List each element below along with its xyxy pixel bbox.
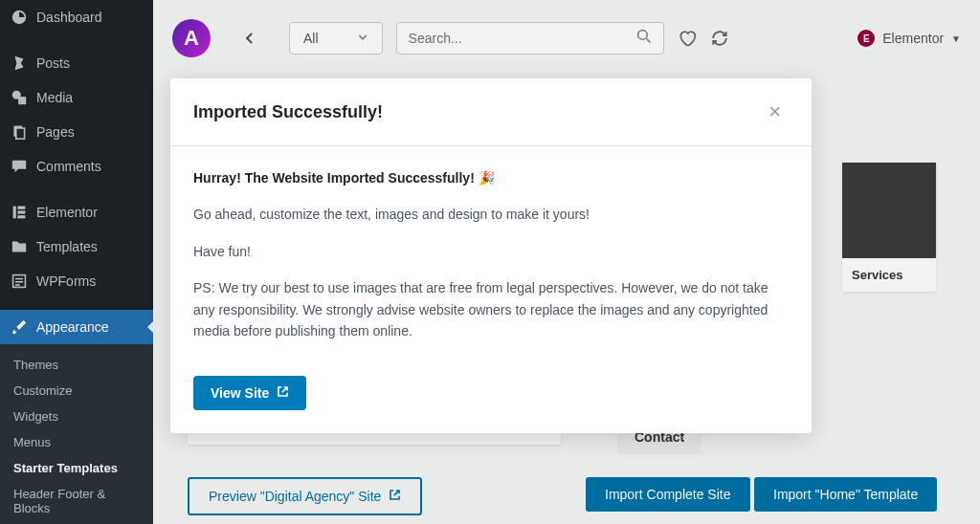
modal-footer: View Site xyxy=(170,362,812,433)
modal-close-button[interactable]: × xyxy=(761,96,789,128)
button-label: View Site xyxy=(211,385,269,401)
modal-text: Go ahead, customize the text, images and… xyxy=(193,204,789,225)
close-icon: × xyxy=(768,99,781,123)
modal-ps-text: PS: We try our best to use images that a… xyxy=(193,277,789,341)
modal-lead-text: Hurray! The Website Imported Successfull… xyxy=(193,167,789,188)
modal-body: Hurray! The Website Imported Successfull… xyxy=(170,146,812,362)
import-success-modal: Imported Successfully! × Hurray! The Web… xyxy=(170,78,812,433)
external-link-icon xyxy=(277,385,289,401)
modal-header: Imported Successfully! × xyxy=(170,78,812,146)
modal-text: Have fun! xyxy=(193,241,789,262)
view-site-button[interactable]: View Site xyxy=(193,376,306,410)
modal-title: Imported Successfully! xyxy=(193,102,383,122)
